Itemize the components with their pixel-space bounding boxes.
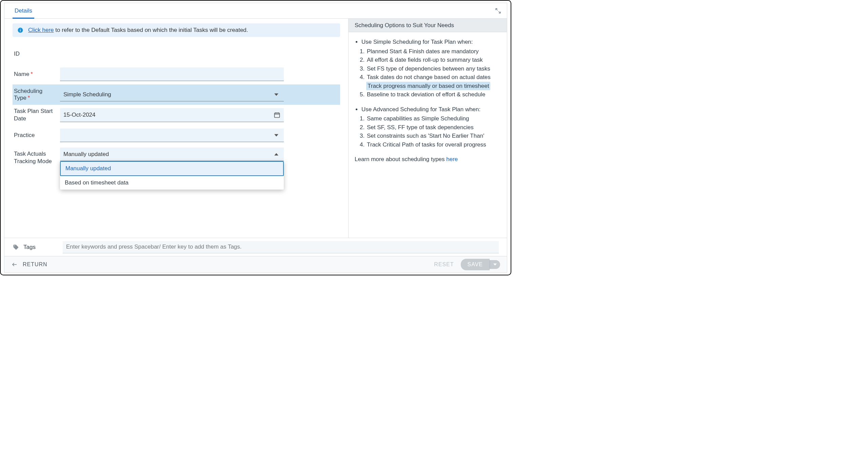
row-practice: Practice bbox=[13, 125, 340, 145]
actuals-mode-option-timesheet[interactable]: Based on timesheet data bbox=[60, 176, 284, 190]
label-practice: Practice bbox=[13, 132, 60, 139]
info-banner-text: Click here to refer to the Default Tasks… bbox=[28, 27, 248, 34]
svg-rect-6 bbox=[275, 113, 280, 117]
scheduling-type-value: Simple Scheduling bbox=[63, 91, 272, 98]
svg-rect-3 bbox=[20, 30, 21, 32]
sidebar-title: Scheduling Options to Suit Your Needs bbox=[349, 19, 507, 32]
svg-rect-4 bbox=[20, 29, 21, 30]
sidebar-simple-point: Baseline to track deviation of effort & … bbox=[366, 90, 501, 99]
tags-row: Tags bbox=[4, 238, 507, 256]
svg-line-0 bbox=[496, 8, 497, 10]
sidebar-advanced-point: Set SF, SS, FF type of task dependencies bbox=[366, 123, 501, 132]
row-scheduling-type: Scheduling Type* Simple Scheduling bbox=[13, 84, 340, 105]
actuals-mode-option-manual[interactable]: Manually updated bbox=[60, 161, 284, 176]
label-actuals-mode: Task Actuals Tracking Mode bbox=[13, 148, 60, 165]
return-label: RETURN bbox=[23, 261, 47, 268]
tags-label: Tags bbox=[23, 244, 59, 251]
svg-marker-10 bbox=[274, 134, 278, 136]
svg-marker-11 bbox=[274, 153, 278, 155]
caret-down-icon bbox=[493, 263, 497, 266]
tags-input[interactable] bbox=[63, 241, 499, 253]
scheduling-type-select[interactable]: Simple Scheduling bbox=[60, 88, 284, 101]
svg-marker-13 bbox=[493, 264, 497, 266]
return-button[interactable]: RETURN bbox=[11, 261, 47, 268]
default-tasks-link[interactable]: Click here bbox=[28, 27, 54, 33]
sidebar-panel: Scheduling Options to Suit Your Needs Us… bbox=[348, 19, 507, 238]
sidebar-advanced-point: Set constraints such as 'Start No Earlie… bbox=[366, 132, 501, 140]
sidebar-simple-intro: Use Simple Scheduling for Task Plan when… bbox=[361, 38, 501, 46]
svg-line-1 bbox=[499, 11, 500, 13]
sidebar-advanced-point: Track Critical Path of tasks for overall… bbox=[366, 140, 501, 149]
info-icon bbox=[17, 27, 23, 33]
label-start-date: Task Plan Start Date bbox=[13, 108, 60, 122]
label-name: Name* bbox=[13, 71, 60, 78]
name-input[interactable] bbox=[60, 67, 284, 81]
sidebar-simple-point: All effort & date fields roll-up to summ… bbox=[366, 56, 501, 64]
start-date-input[interactable] bbox=[60, 108, 273, 122]
start-date-input-wrap[interactable] bbox=[60, 108, 284, 122]
label-id: ID bbox=[13, 51, 60, 57]
row-actuals-mode: Task Actuals Tracking Mode Manually upda… bbox=[13, 145, 340, 166]
save-button-group: SAVE bbox=[461, 259, 500, 270]
row-id: ID bbox=[13, 44, 340, 64]
row-name: Name* bbox=[13, 64, 340, 84]
caret-down-icon bbox=[272, 91, 280, 99]
learn-more-link[interactable]: here bbox=[446, 156, 458, 162]
arrow-left-icon bbox=[11, 261, 18, 268]
reset-button[interactable]: RESET bbox=[434, 261, 454, 268]
collapse-icon bbox=[495, 8, 501, 14]
actuals-mode-dropdown: Manually updated Based on timesheet data bbox=[60, 161, 284, 190]
practice-select[interactable] bbox=[60, 129, 284, 142]
info-banner: Click here to refer to the Default Tasks… bbox=[13, 23, 340, 37]
label-scheduling-type: Scheduling Type* bbox=[13, 88, 60, 101]
svg-marker-5 bbox=[274, 93, 278, 96]
sidebar-learn-line: Learn more about scheduling types here bbox=[355, 155, 501, 164]
sidebar-simple-point: Set FS type of dependencies between any … bbox=[366, 64, 501, 73]
save-dropdown-button[interactable] bbox=[490, 260, 500, 269]
sidebar-simple-point: Task dates do not change based on actual… bbox=[366, 73, 501, 82]
footer-bar: RETURN RESET SAVE bbox=[4, 256, 507, 272]
sidebar-advanced-point: Same capabilities as Simple Scheduling bbox=[366, 114, 501, 123]
tab-details[interactable]: Details bbox=[13, 4, 34, 19]
collapse-panel-button[interactable] bbox=[493, 6, 503, 16]
sidebar-simple-point: Planned Start & Finish dates are mandato… bbox=[366, 47, 501, 56]
caret-up-icon bbox=[272, 150, 280, 158]
calendar-icon[interactable] bbox=[273, 111, 281, 119]
save-button[interactable]: SAVE bbox=[461, 259, 490, 270]
sidebar-advanced-intro: Use Advanced Scheduling for Task Plan wh… bbox=[361, 105, 501, 114]
caret-down-icon bbox=[272, 131, 280, 139]
actuals-mode-value: Manually updated bbox=[63, 151, 272, 158]
tab-bar: Details bbox=[4, 3, 507, 19]
sidebar-simple-point: Track progress manually or based on time… bbox=[366, 82, 490, 91]
row-start-date: Task Plan Start Date bbox=[13, 105, 340, 125]
actuals-mode-select[interactable]: Manually updated bbox=[60, 148, 284, 161]
tag-icon bbox=[13, 244, 19, 251]
